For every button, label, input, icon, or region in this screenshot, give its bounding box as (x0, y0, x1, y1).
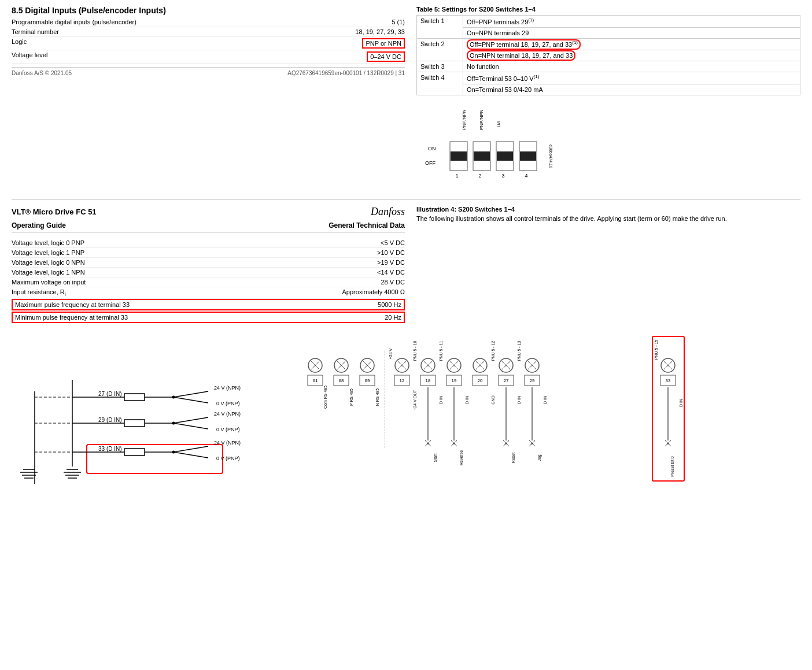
col19-bot: D IN (465, 396, 469, 404)
footer-left: Danfoss A/S © 2021.05 (12, 70, 72, 76)
col19-num: 19 (452, 378, 457, 383)
switch-table-title: Table 5: Settings for S200 Switches 1–4 (416, 6, 800, 13)
resistor-27 (124, 394, 145, 401)
illustration-caption: Illustration 4: S200 Switches 1–4 (416, 206, 800, 213)
switch2-row1: Switch 2 Off=PNP terminal 18, 19, 27, an… (417, 38, 800, 50)
spec-row-7: Minimum pulse frequency at terminal 33 2… (12, 312, 405, 323)
spec-value-0: <5 V DC (381, 239, 405, 246)
spec-row-6: Maximum pulse frequency at terminal 33 5… (12, 299, 405, 310)
logic-box: PNP or NPN (362, 38, 405, 49)
switch4-off-indicator (520, 151, 536, 161)
spec-label-3: Voltage level, logic 1 NPN (12, 269, 85, 276)
footer: Danfoss A/S © 2021.05 AQ276736419659en-0… (12, 67, 405, 76)
spec-value-2: >19 V DC (377, 259, 405, 266)
spec-value-3: <14 V DC (377, 269, 405, 276)
svg-line-15 (174, 397, 208, 403)
svg-line-14 (174, 391, 208, 397)
spec-row-5: Input resistance, Ri Approximately 4000 … (12, 287, 405, 299)
ref-code: e30ba474.10 (549, 145, 553, 168)
voltage-row: Voltage level 0–24 V DC (12, 50, 405, 64)
col27-num: 27 (504, 378, 509, 383)
term33-pnp: 0 V (PNP) (216, 456, 240, 461)
switch2-highlight2: On=NPN terminal 18, 19, 27, and 33 (467, 50, 575, 61)
voltage-label: Voltage level (12, 51, 47, 62)
spec-value-6: 5000 Hz (378, 301, 401, 308)
sub-label-row: Programmable digital inputs (pulse/encod… (12, 17, 405, 27)
control-terminal-svg: 61 Com RS 485 68 P RS 485 69 N RS 485 (301, 334, 694, 495)
switch-num2: 2 (478, 173, 481, 179)
spec-label-7: Minimum pulse frequency at terminal 33 (15, 314, 128, 321)
col29-num: 29 (530, 378, 535, 383)
col61-num: 61 (313, 378, 318, 383)
switch1-val2: On=NPN terminals 29 (463, 27, 800, 38)
col20-num: 20 (478, 378, 483, 383)
col18-bot: D IN (439, 396, 443, 404)
switch4-row1: Switch 4 Off=Terminal 53 0–10 V(1) (417, 72, 800, 84)
term29-label: 29 (D IN) (98, 417, 122, 423)
terminal-label: Terminal number (12, 28, 59, 35)
col12-num: 12 (400, 378, 405, 383)
label-pnp2: PNP/NPN (479, 109, 484, 130)
spec-label-2: Voltage level, logic 0 NPN (12, 259, 85, 266)
label-pnp1: PNP/NPN (462, 109, 467, 130)
guide-header: Operating Guide General Technical Data (12, 221, 405, 232)
switch3-label: Switch 3 (417, 61, 463, 72)
terminal-row: Terminal number 18, 19, 27, 29, 33 (12, 27, 405, 37)
spec-label-0: Voltage level, logic 0 PNP (12, 239, 84, 246)
col68-num: 68 (339, 378, 344, 383)
guide-title: Operating Guide (12, 221, 66, 229)
switch-num4: 4 (525, 173, 527, 179)
middle-right-panel: Illustration 4: S200 Switches 1–4 The fo… (416, 206, 800, 323)
term27-label: 27 (D IN) (98, 391, 122, 397)
svg-line-21 (174, 423, 208, 429)
off-label: OFF (425, 160, 435, 166)
spec-row-0: Voltage level, logic 0 PNP <5 V DC (12, 238, 405, 248)
col27-bot: D IN (517, 396, 521, 404)
guide-subtitle: General Technical Data (329, 221, 405, 229)
switch2-val1: Off=PNP terminal 18, 19, 27, and 33(1) (463, 38, 800, 50)
spec-label-1: Voltage level, logic 1 PNP (12, 249, 84, 256)
resistor-33 (124, 449, 145, 456)
spec-value-7: 20 Hz (385, 314, 401, 321)
terminal-value: 18, 19, 27, 29, 33 (355, 28, 405, 35)
col33-top: PNU 5 - 15 (654, 340, 658, 360)
spec-row-3: Voltage level, logic 1 NPN <14 V DC (12, 268, 405, 277)
illustration-text: The following illustration shows all con… (416, 215, 800, 222)
sub-label: Programmable digital inputs (pulse/encod… (12, 18, 136, 25)
left-panel: 8.5 Digital Inputs (Pulse/encoder Inputs… (12, 6, 405, 195)
middle-left-panel: VLT® Micro Drive FC 51 Danfoss Operating… (12, 206, 405, 323)
footer-right: AQ276736419659en-000101 / 132R0029 | 31 (287, 70, 405, 76)
switch2-val2: On=NPN terminal 18, 19, 27, and 33 (463, 50, 800, 61)
switch4-val1: Off=Terminal 53 0–10 V(1) (463, 72, 800, 84)
wiring-svg: 27 (D IN) 24 V (NPN) 0 V (PNP) 29 (D IN)… (12, 334, 278, 495)
section-title: 8.5 Digital Inputs (Pulse/encoder Inputs… (12, 6, 405, 15)
switch2-row2: On=NPN terminal 18, 19, 27, and 33 (417, 50, 800, 61)
spec-value-5: Approximately 4000 Ω (342, 288, 405, 297)
spec-row-4: Maximum voltage on input 28 V DC (12, 277, 405, 287)
col29-top: PNU 5 - 13 (517, 341, 521, 361)
term33-npn: 24 V (NPN) (214, 440, 241, 446)
term27-pnp: 0 V (PNP) (216, 401, 240, 406)
col18-num: 18 (426, 378, 431, 383)
bot-reverse: Reverse (459, 450, 463, 465)
logic-row: Logic PNP or NPN (12, 37, 405, 50)
switch2-highlight1: Off=PNP terminal 18, 19, 27, and 33(1) (467, 39, 581, 50)
switch3-row1: Switch 3 No function (417, 61, 800, 72)
label-ui: U/I (496, 121, 501, 127)
switch4-val2: On=Terminal 53 0/4-20 mA (463, 84, 800, 95)
spec-label-6: Maximum pulse frequency at terminal 33 (15, 301, 130, 308)
sub-value: 5 (1) (392, 18, 405, 25)
control-terminal-diagram: 61 Com RS 485 68 P RS 485 69 N RS 485 (301, 334, 800, 497)
term33-label: 33 (D IN) (98, 446, 122, 452)
switch-svg: PNP/NPN PNP/NPN U/I ON OFF (416, 101, 555, 194)
term27-npn: 24 V (NPN) (214, 385, 241, 391)
switch3-off-indicator (497, 151, 513, 161)
bot-jog: Jog (537, 454, 542, 461)
logic-label: Logic (12, 38, 27, 49)
switch1-val1: Off=PNP terminals 29(1) (463, 16, 800, 28)
switch2-label: Switch 2 (417, 38, 463, 61)
col33-bot: D IN (679, 399, 683, 407)
col69-num: 69 (365, 378, 370, 383)
col12-bot: +24 V OUT (413, 390, 417, 410)
switch1-off-indicator (451, 151, 467, 161)
